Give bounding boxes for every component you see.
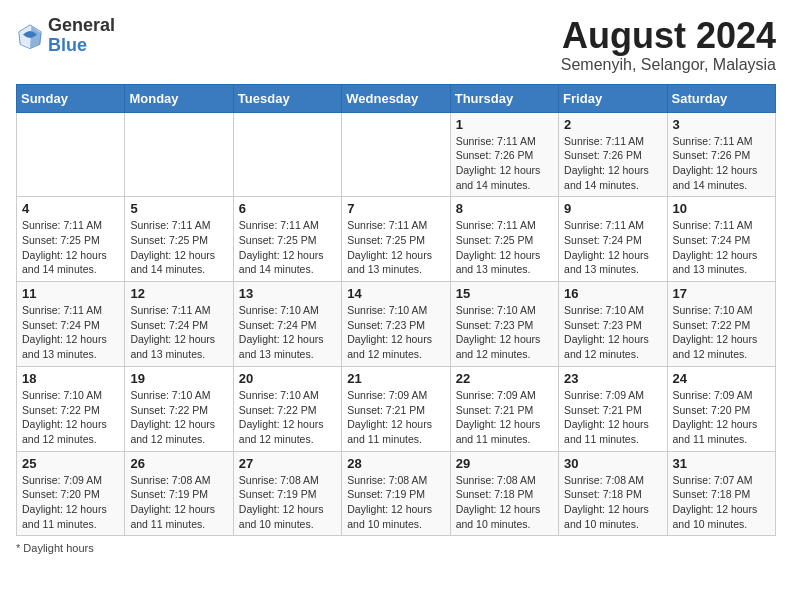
day-info: Sunrise: 7:11 AM Sunset: 7:26 PM Dayligh… bbox=[564, 134, 661, 193]
day-number: 13 bbox=[239, 286, 336, 301]
calendar-table: SundayMondayTuesdayWednesdayThursdayFrid… bbox=[16, 84, 776, 537]
calendar-cell: 7Sunrise: 7:11 AM Sunset: 7:25 PM Daylig… bbox=[342, 197, 450, 282]
calendar-cell: 14Sunrise: 7:10 AM Sunset: 7:23 PM Dayli… bbox=[342, 282, 450, 367]
calendar-header: SundayMondayTuesdayWednesdayThursdayFrid… bbox=[17, 84, 776, 112]
day-info: Sunrise: 7:10 AM Sunset: 7:22 PM Dayligh… bbox=[130, 388, 227, 447]
day-number: 8 bbox=[456, 201, 553, 216]
calendar-cell: 5Sunrise: 7:11 AM Sunset: 7:25 PM Daylig… bbox=[125, 197, 233, 282]
calendar-cell bbox=[342, 112, 450, 197]
day-number: 25 bbox=[22, 456, 119, 471]
weekday-header-row: SundayMondayTuesdayWednesdayThursdayFrid… bbox=[17, 84, 776, 112]
day-number: 4 bbox=[22, 201, 119, 216]
day-info: Sunrise: 7:10 AM Sunset: 7:22 PM Dayligh… bbox=[673, 303, 770, 362]
day-info: Sunrise: 7:11 AM Sunset: 7:25 PM Dayligh… bbox=[456, 218, 553, 277]
day-info: Sunrise: 7:07 AM Sunset: 7:18 PM Dayligh… bbox=[673, 473, 770, 532]
calendar-cell: 25Sunrise: 7:09 AM Sunset: 7:20 PM Dayli… bbox=[17, 451, 125, 536]
day-info: Sunrise: 7:11 AM Sunset: 7:25 PM Dayligh… bbox=[22, 218, 119, 277]
calendar-week-row: 1Sunrise: 7:11 AM Sunset: 7:26 PM Daylig… bbox=[17, 112, 776, 197]
calendar-week-row: 18Sunrise: 7:10 AM Sunset: 7:22 PM Dayli… bbox=[17, 366, 776, 451]
day-number: 11 bbox=[22, 286, 119, 301]
month-year-title: August 2024 bbox=[561, 16, 776, 56]
weekday-header-friday: Friday bbox=[559, 84, 667, 112]
calendar-cell: 28Sunrise: 7:08 AM Sunset: 7:19 PM Dayli… bbox=[342, 451, 450, 536]
header: General Blue August 2024 Semenyih, Selan… bbox=[16, 16, 776, 74]
calendar-cell: 15Sunrise: 7:10 AM Sunset: 7:23 PM Dayli… bbox=[450, 282, 558, 367]
calendar-cell: 16Sunrise: 7:10 AM Sunset: 7:23 PM Dayli… bbox=[559, 282, 667, 367]
day-number: 2 bbox=[564, 117, 661, 132]
day-info: Sunrise: 7:11 AM Sunset: 7:24 PM Dayligh… bbox=[22, 303, 119, 362]
day-info: Sunrise: 7:11 AM Sunset: 7:25 PM Dayligh… bbox=[130, 218, 227, 277]
weekday-header-thursday: Thursday bbox=[450, 84, 558, 112]
footer-text: Daylight hours bbox=[23, 542, 93, 554]
day-number: 24 bbox=[673, 371, 770, 386]
calendar-cell bbox=[233, 112, 341, 197]
day-info: Sunrise: 7:08 AM Sunset: 7:18 PM Dayligh… bbox=[564, 473, 661, 532]
day-info: Sunrise: 7:08 AM Sunset: 7:19 PM Dayligh… bbox=[347, 473, 444, 532]
calendar-cell bbox=[17, 112, 125, 197]
day-number: 10 bbox=[673, 201, 770, 216]
day-info: Sunrise: 7:11 AM Sunset: 7:26 PM Dayligh… bbox=[456, 134, 553, 193]
day-number: 1 bbox=[456, 117, 553, 132]
day-info: Sunrise: 7:08 AM Sunset: 7:19 PM Dayligh… bbox=[130, 473, 227, 532]
location-subtitle: Semenyih, Selangor, Malaysia bbox=[561, 56, 776, 74]
day-info: Sunrise: 7:11 AM Sunset: 7:25 PM Dayligh… bbox=[239, 218, 336, 277]
day-number: 14 bbox=[347, 286, 444, 301]
day-number: 6 bbox=[239, 201, 336, 216]
calendar-cell: 11Sunrise: 7:11 AM Sunset: 7:24 PM Dayli… bbox=[17, 282, 125, 367]
day-info: Sunrise: 7:08 AM Sunset: 7:18 PM Dayligh… bbox=[456, 473, 553, 532]
calendar-cell: 31Sunrise: 7:07 AM Sunset: 7:18 PM Dayli… bbox=[667, 451, 775, 536]
title-area: August 2024 Semenyih, Selangor, Malaysia bbox=[561, 16, 776, 74]
day-info: Sunrise: 7:09 AM Sunset: 7:21 PM Dayligh… bbox=[564, 388, 661, 447]
calendar-cell: 1Sunrise: 7:11 AM Sunset: 7:26 PM Daylig… bbox=[450, 112, 558, 197]
day-number: 30 bbox=[564, 456, 661, 471]
day-info: Sunrise: 7:09 AM Sunset: 7:20 PM Dayligh… bbox=[22, 473, 119, 532]
day-number: 17 bbox=[673, 286, 770, 301]
day-number: 9 bbox=[564, 201, 661, 216]
day-number: 15 bbox=[456, 286, 553, 301]
calendar-cell: 29Sunrise: 7:08 AM Sunset: 7:18 PM Dayli… bbox=[450, 451, 558, 536]
day-info: Sunrise: 7:09 AM Sunset: 7:21 PM Dayligh… bbox=[347, 388, 444, 447]
calendar-week-row: 4Sunrise: 7:11 AM Sunset: 7:25 PM Daylig… bbox=[17, 197, 776, 282]
calendar-cell: 24Sunrise: 7:09 AM Sunset: 7:20 PM Dayli… bbox=[667, 366, 775, 451]
day-number: 3 bbox=[673, 117, 770, 132]
logo-text: General Blue bbox=[48, 16, 115, 56]
day-info: Sunrise: 7:10 AM Sunset: 7:23 PM Dayligh… bbox=[564, 303, 661, 362]
day-info: Sunrise: 7:10 AM Sunset: 7:24 PM Dayligh… bbox=[239, 303, 336, 362]
day-info: Sunrise: 7:10 AM Sunset: 7:23 PM Dayligh… bbox=[347, 303, 444, 362]
weekday-header-wednesday: Wednesday bbox=[342, 84, 450, 112]
calendar-cell: 22Sunrise: 7:09 AM Sunset: 7:21 PM Dayli… bbox=[450, 366, 558, 451]
day-number: 12 bbox=[130, 286, 227, 301]
logo-blue-text: Blue bbox=[48, 35, 87, 55]
day-info: Sunrise: 7:11 AM Sunset: 7:26 PM Dayligh… bbox=[673, 134, 770, 193]
day-info: Sunrise: 7:08 AM Sunset: 7:19 PM Dayligh… bbox=[239, 473, 336, 532]
calendar-week-row: 25Sunrise: 7:09 AM Sunset: 7:20 PM Dayli… bbox=[17, 451, 776, 536]
logo: General Blue bbox=[16, 16, 115, 56]
day-number: 16 bbox=[564, 286, 661, 301]
calendar-cell: 27Sunrise: 7:08 AM Sunset: 7:19 PM Dayli… bbox=[233, 451, 341, 536]
day-number: 18 bbox=[22, 371, 119, 386]
day-number: 29 bbox=[456, 456, 553, 471]
calendar-body: 1Sunrise: 7:11 AM Sunset: 7:26 PM Daylig… bbox=[17, 112, 776, 536]
calendar-cell: 30Sunrise: 7:08 AM Sunset: 7:18 PM Dayli… bbox=[559, 451, 667, 536]
day-number: 19 bbox=[130, 371, 227, 386]
day-number: 21 bbox=[347, 371, 444, 386]
day-number: 28 bbox=[347, 456, 444, 471]
logo-general-text: General bbox=[48, 15, 115, 35]
calendar-cell: 10Sunrise: 7:11 AM Sunset: 7:24 PM Dayli… bbox=[667, 197, 775, 282]
calendar-cell: 2Sunrise: 7:11 AM Sunset: 7:26 PM Daylig… bbox=[559, 112, 667, 197]
day-info: Sunrise: 7:11 AM Sunset: 7:25 PM Dayligh… bbox=[347, 218, 444, 277]
day-number: 5 bbox=[130, 201, 227, 216]
day-number: 22 bbox=[456, 371, 553, 386]
calendar-cell: 18Sunrise: 7:10 AM Sunset: 7:22 PM Dayli… bbox=[17, 366, 125, 451]
calendar-cell: 19Sunrise: 7:10 AM Sunset: 7:22 PM Dayli… bbox=[125, 366, 233, 451]
day-number: 23 bbox=[564, 371, 661, 386]
day-info: Sunrise: 7:10 AM Sunset: 7:22 PM Dayligh… bbox=[239, 388, 336, 447]
calendar-cell: 20Sunrise: 7:10 AM Sunset: 7:22 PM Dayli… bbox=[233, 366, 341, 451]
calendar-cell: 12Sunrise: 7:11 AM Sunset: 7:24 PM Dayli… bbox=[125, 282, 233, 367]
day-info: Sunrise: 7:11 AM Sunset: 7:24 PM Dayligh… bbox=[564, 218, 661, 277]
calendar-cell: 26Sunrise: 7:08 AM Sunset: 7:19 PM Dayli… bbox=[125, 451, 233, 536]
day-info: Sunrise: 7:11 AM Sunset: 7:24 PM Dayligh… bbox=[673, 218, 770, 277]
day-number: 20 bbox=[239, 371, 336, 386]
calendar-cell: 3Sunrise: 7:11 AM Sunset: 7:26 PM Daylig… bbox=[667, 112, 775, 197]
calendar-cell: 4Sunrise: 7:11 AM Sunset: 7:25 PM Daylig… bbox=[17, 197, 125, 282]
